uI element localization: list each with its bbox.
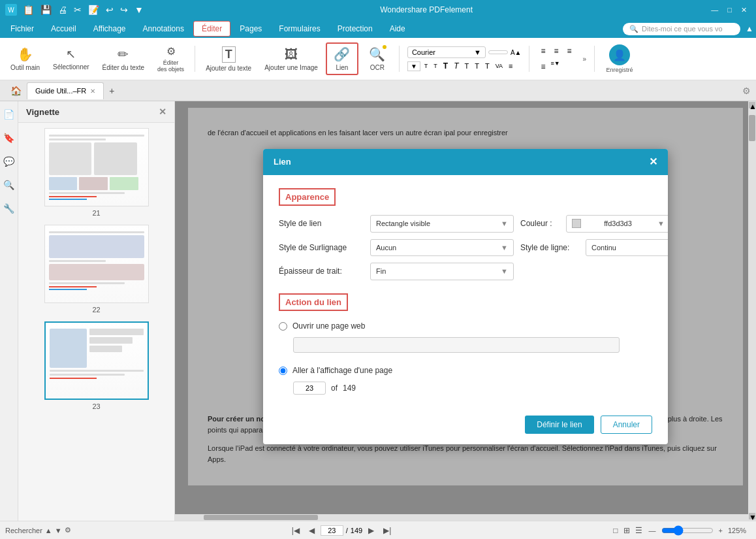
sidebar-header: Vignette ✕ — [18, 101, 174, 123]
toolbar-editer-objets[interactable]: ⚙ Éditerdes objets — [152, 42, 189, 75]
font-size-up[interactable]: A▲ — [511, 49, 522, 56]
thumbnail-22[interactable]: 22 — [24, 225, 169, 314]
menu-editer[interactable]: Éditer — [193, 21, 230, 37]
toolbar-editer-texte[interactable]: ✏ Éditer du texte — [97, 44, 150, 74]
qa-dropdown[interactable]: ▼ — [133, 3, 146, 16]
surlignage-select[interactable]: Aucun ▼ — [370, 239, 514, 257]
tab-close-btn[interactable]: ✕ — [90, 88, 95, 95]
toolbar-ajouter-texte[interactable]: T Ajouter du texte — [200, 44, 257, 74]
view-grid-btn[interactable]: ⊞ — [622, 525, 631, 536]
epaisseur-select[interactable]: Fin ▼ — [370, 263, 514, 280]
menu-fichier[interactable]: Fichier — [3, 22, 42, 36]
tab-settings-btn[interactable]: ⚙ — [742, 86, 751, 96]
page-current-input[interactable] — [321, 525, 343, 536]
format-superscript[interactable]: T — [432, 62, 439, 70]
qa-save[interactable]: 💾 — [39, 3, 54, 16]
sidebar-close-btn[interactable]: ✕ — [159, 106, 166, 117]
scroll-up-arrow[interactable]: ▲ — [749, 102, 755, 108]
qa-new[interactable]: 📋 — [21, 3, 36, 16]
align-left[interactable]: ≡ — [537, 44, 548, 57]
left-icon-comment[interactable]: 💬 — [1, 154, 17, 169]
url-input[interactable] — [293, 337, 620, 353]
thumbnail-23[interactable]: 23 — [24, 321, 169, 410]
font-size-input-small[interactable]: ≡▼ — [550, 60, 559, 73]
menu-formulaires[interactable]: Formulaires — [271, 22, 328, 36]
view-single-btn[interactable]: □ — [612, 525, 619, 536]
tab-home-btn[interactable]: 🏠 — [5, 83, 27, 99]
font-name-dropdown[interactable]: Courier ▼ — [407, 46, 486, 58]
align-right[interactable]: ≡ — [564, 44, 575, 57]
radio-web[interactable] — [279, 322, 287, 331]
left-icon-tools[interactable]: 🔧 — [1, 201, 17, 216]
menu-affichage[interactable]: Affichage — [86, 22, 134, 36]
menu-protection[interactable]: Protection — [330, 22, 381, 36]
scroll-thumb[interactable] — [749, 115, 755, 141]
format-bold-T[interactable]: T — [441, 61, 450, 71]
annuler-button[interactable]: Annuler — [601, 416, 652, 434]
dialog-close-btn[interactable]: ✕ — [649, 154, 657, 170]
menu-annotations[interactable]: Annotations — [135, 22, 192, 36]
align-center[interactable]: ≡ — [550, 44, 561, 57]
toolbar-expand-btn[interactable]: » — [580, 53, 590, 65]
menu-pages[interactable]: Pages — [232, 22, 270, 36]
menu-aide[interactable]: Aide — [382, 22, 413, 36]
definir-lien-button[interactable]: Définir le lien — [525, 416, 593, 434]
nav-next-btn[interactable]: ▶ — [365, 525, 377, 536]
user-badge[interactable]: 👤 Enregistré — [600, 42, 639, 76]
view-scroll-btn[interactable]: ☰ — [634, 525, 644, 536]
toolbar-ocr[interactable]: 🔍 OCR — [361, 44, 394, 74]
scroll-h-thumb[interactable] — [204, 515, 319, 520]
nav-first-btn[interactable]: |◀ — [289, 525, 303, 536]
style-ligne-select[interactable]: Continu ▼ — [586, 239, 668, 257]
qa-undo[interactable]: ↩ — [104, 3, 116, 16]
menu-expand[interactable]: ▲ — [746, 24, 753, 33]
scrollbar-vertical[interactable]: ▲ ▼ — [748, 101, 756, 521]
menu-search-box[interactable]: 🔍 Dites-moi ce que vous vo — [623, 23, 740, 35]
qa-cut[interactable]: ✂ — [72, 3, 84, 16]
menu-accueil[interactable]: Accueil — [43, 22, 84, 36]
search-options-btn[interactable]: ⚙ — [65, 526, 71, 534]
left-icon-search[interactable]: 🔍 — [1, 177, 17, 193]
tab-guide-util[interactable]: Guide Util...–FR ✕ — [27, 82, 104, 99]
qa-print[interactable]: 🖨 — [56, 3, 69, 16]
search-up-btn[interactable]: ▲ — [45, 527, 52, 534]
format-T3[interactable]: T — [462, 61, 471, 71]
thumbnail-21-img — [44, 128, 149, 206]
maximize-button[interactable]: □ — [723, 5, 736, 16]
page-number-input[interactable] — [293, 382, 326, 395]
toolbar-outil-main[interactable]: ✋ Outil main — [5, 44, 45, 74]
zoom-slider[interactable] — [661, 525, 714, 536]
toolbar-selectionner[interactable]: ↖ Sélectionner — [48, 44, 95, 73]
toolbar-lien[interactable]: 🔗 Lien — [326, 42, 358, 75]
nav-last-btn[interactable]: ▶| — [380, 525, 394, 536]
zoom-minus-btn[interactable]: — — [646, 525, 659, 536]
close-button[interactable]: ✕ — [737, 5, 751, 16]
format-subscript-up[interactable]: T — [422, 62, 430, 70]
couleur-select[interactable]: ffd3d3d3 ▼ — [566, 215, 668, 233]
style-lien-select[interactable]: Rectangle visible ▼ — [370, 215, 514, 233]
scrollbar-horizontal[interactable] — [175, 514, 748, 521]
color-picker-btn[interactable]: ▼ — [407, 61, 420, 71]
thumbnail-21[interactable]: 21 — [24, 128, 169, 217]
search-down-btn[interactable]: ▼ — [55, 527, 62, 534]
format-italic-T[interactable]: T — [452, 61, 460, 71]
left-icon-thumbnail[interactable]: 📄 — [1, 106, 17, 122]
tab-add-btn[interactable]: + — [104, 83, 119, 99]
qa-edit[interactable]: 📝 — [86, 3, 101, 16]
align-justify[interactable]: ≡ — [537, 60, 548, 73]
scroll-down-arrow[interactable]: ▼ — [749, 513, 755, 519]
font-size-input[interactable] — [488, 50, 508, 54]
minimize-button[interactable]: — — [707, 5, 722, 16]
radio-web-label: Ouvrir une page web — [292, 320, 365, 332]
radio-page[interactable] — [279, 367, 287, 375]
zoom-plus-btn[interactable]: + — [716, 525, 725, 536]
nav-prev-btn[interactable]: ◀ — [306, 525, 318, 536]
add-image-icon: 🖼 — [285, 47, 298, 62]
qa-redo[interactable]: ↪ — [118, 3, 130, 16]
toolbar-ajouter-image[interactable]: 🖼 Ajouter une Image — [259, 44, 323, 74]
left-icon-bookmark[interactable]: 🔖 — [1, 130, 17, 146]
format-line-height[interactable]: ≡ — [507, 61, 514, 71]
format-T5[interactable]: T — [483, 61, 492, 71]
format-T4[interactable]: T — [473, 61, 481, 71]
format-va[interactable]: VA — [494, 62, 505, 70]
